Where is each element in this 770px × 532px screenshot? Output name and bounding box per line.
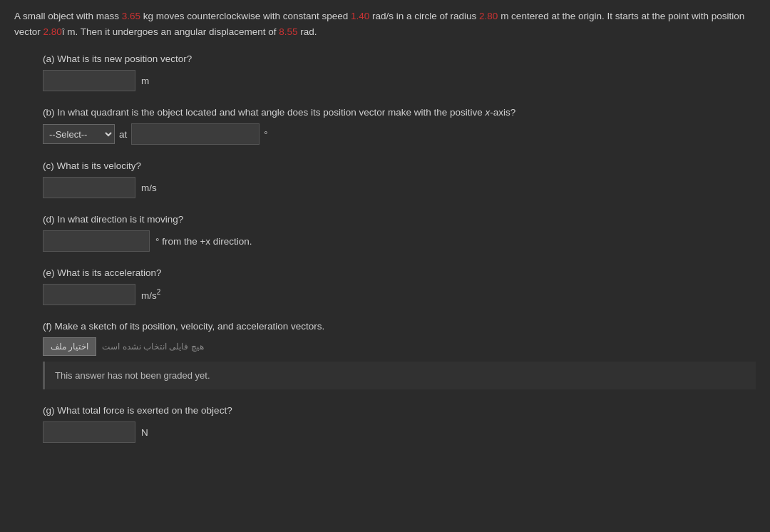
part-c-input[interactable] bbox=[43, 177, 135, 198]
part-e-unit: m/s2 bbox=[141, 288, 160, 301]
part-d-section: (d) In what direction is it moving? ° fr… bbox=[14, 214, 756, 252]
part-f-file-hint: هیچ فایلی انتخاب نشده است bbox=[102, 342, 203, 352]
part-a-section: (a) What is its new position vector? m bbox=[14, 53, 756, 91]
part-c-answer-row: m/s bbox=[43, 177, 756, 198]
problem-statement: A small object with mass 3.65 kg moves c… bbox=[14, 9, 756, 39]
part-a-answer-row: m bbox=[43, 70, 756, 91]
part-b-at-label: at bbox=[119, 129, 127, 140]
part-b-section: (b) In what quadrant is the object locat… bbox=[14, 107, 756, 145]
part-d-answer-row: ° from the +x direction. bbox=[43, 230, 756, 252]
part-d-unit: ° from the +x direction. bbox=[155, 236, 252, 247]
part-g-answer-row: N bbox=[43, 421, 756, 443]
part-c-section: (c) What is its velocity? m/s bbox=[14, 160, 756, 198]
part-a-input[interactable] bbox=[43, 70, 135, 91]
part-g-input[interactable] bbox=[43, 421, 135, 443]
part-f-graded-text: This answer has not been graded yet. bbox=[55, 370, 210, 381]
part-a-unit: m bbox=[141, 76, 149, 86]
part-g-unit: N bbox=[141, 427, 148, 438]
part-g-section: (g) What total force is exerted on the o… bbox=[14, 405, 756, 443]
part-e-section: (e) What is its acceleration? m/s2 bbox=[14, 267, 756, 305]
part-f-file-button[interactable]: اختیار ملف bbox=[43, 337, 96, 356]
part-f-graded-box: This answer has not been graded yet. bbox=[43, 362, 756, 389]
part-b-quadrant-select[interactable]: --Select-- Quadrant I Quadrant II Quadra… bbox=[43, 124, 115, 144]
part-g-label: (g) What total force is exerted on the o… bbox=[43, 405, 756, 416]
part-b-angle-input[interactable] bbox=[131, 123, 260, 145]
part-b-select-row: --Select-- Quadrant I Quadrant II Quadra… bbox=[43, 123, 756, 145]
part-c-unit: m/s bbox=[141, 183, 157, 193]
part-d-label: (d) In what direction is it moving? bbox=[43, 214, 756, 225]
part-e-label: (e) What is its acceleration? bbox=[43, 267, 756, 278]
part-b-label: (b) In what quadrant is the object locat… bbox=[43, 107, 756, 118]
part-c-label: (c) What is its velocity? bbox=[43, 160, 756, 171]
part-e-input[interactable] bbox=[43, 284, 135, 305]
part-b-degree: ° bbox=[264, 129, 267, 140]
part-f-file-row: اختیار ملف هیچ فایلی انتخاب نشده است bbox=[43, 337, 756, 356]
part-f-label: (f) Make a sketch of its position, veloc… bbox=[43, 321, 756, 332]
part-d-input[interactable] bbox=[43, 230, 150, 252]
part-f-section: (f) Make a sketch of its position, veloc… bbox=[14, 321, 756, 389]
part-e-answer-row: m/s2 bbox=[43, 284, 756, 305]
part-a-label: (a) What is its new position vector? bbox=[43, 53, 756, 64]
